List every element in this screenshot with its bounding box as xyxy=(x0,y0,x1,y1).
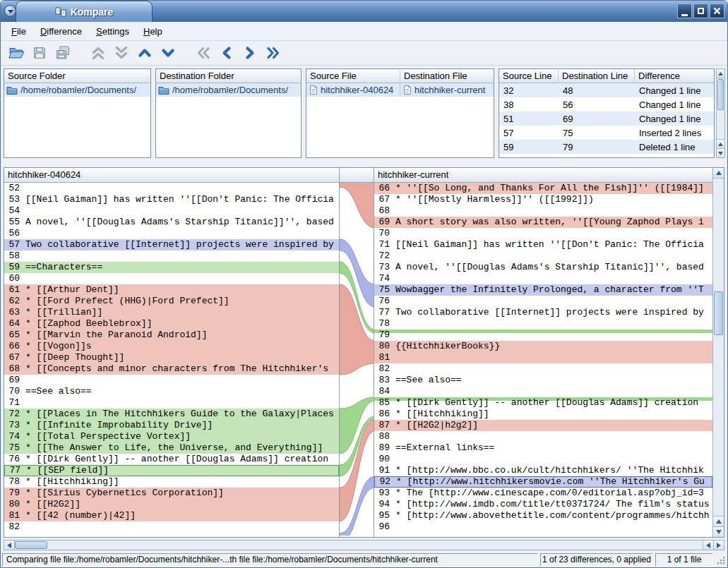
previous-file-button[interactable] xyxy=(88,43,108,63)
diff-line-77[interactable]: 77* [[SEP field]] xyxy=(4,465,339,476)
diff-line-74[interactable]: 74 xyxy=(374,273,712,284)
minimize-button[interactable] xyxy=(677,4,692,18)
diff-line-58[interactable]: 58 xyxy=(4,250,339,262)
diff-line-59[interactable]: 59==Characters== xyxy=(4,262,339,273)
difference-row[interactable]: 3248Changed 1 line xyxy=(499,83,714,97)
diff-line-72[interactable]: 72 xyxy=(374,250,712,262)
destination-file-header[interactable]: Destination File xyxy=(400,69,494,83)
scrollbar-thumb[interactable] xyxy=(15,541,47,549)
menu-difference[interactable]: Difference xyxy=(34,23,88,40)
back-double-button[interactable] xyxy=(193,43,213,63)
diff-line-77[interactable]: 77Two collaborative [[Internet]] project… xyxy=(374,307,712,318)
diff-line-79[interactable]: 79 xyxy=(374,330,712,341)
diff-line-83[interactable]: 83==See also== xyxy=(374,375,712,386)
scroll-up-button[interactable] xyxy=(717,139,724,148)
save-all-button[interactable] xyxy=(53,43,73,63)
destination-folder-row[interactable]: /home/robamler/Documents/ xyxy=(156,83,301,97)
diff-line-67[interactable]: 67* ''[[Mostly Harmless]]'' ([[1992]]) xyxy=(374,194,712,205)
horizontal-scrollbar[interactable] xyxy=(4,540,724,550)
diff-line-57[interactable]: 57Two collaborative [[Internet]] project… xyxy=(4,239,339,250)
diff-line-78[interactable]: 78* [[Hitchhiking]] xyxy=(4,476,339,488)
scroll-left-button[interactable] xyxy=(4,540,15,550)
diff-line-66[interactable]: 66* ''[[So Long, and Thanks For All the … xyxy=(374,183,712,194)
scrollbar-thumb[interactable] xyxy=(714,291,723,335)
scrollbar-trough[interactable] xyxy=(15,540,703,550)
diff-line-67[interactable]: 67* [[Deep Thought]] xyxy=(4,352,339,363)
diff-line-73[interactable]: 73* [[Infinite Improbability Drive]] xyxy=(4,420,339,431)
destination-file-row[interactable]: hitchhiker-current xyxy=(400,83,494,97)
destination-line-header[interactable]: Destination Line xyxy=(559,69,635,83)
scroll-down-button[interactable] xyxy=(717,148,724,157)
source-file-header[interactable]: Source File xyxy=(306,69,400,83)
diff-line-96[interactable]: 96 xyxy=(374,521,712,533)
maximize-button[interactable] xyxy=(693,4,708,18)
forward-button[interactable] xyxy=(240,43,260,63)
diff-line-72[interactable]: 72* [[Places in The Hitchhikers Guide to… xyxy=(4,409,339,420)
source-folder-header[interactable]: Source Folder xyxy=(4,69,150,83)
diff-line-62[interactable]: 62* [[Ford Prefect (HHG)|Ford Prefect]] xyxy=(4,296,339,307)
diff-line-71[interactable]: 71[[Neil Gaiman]] has written ''[[Don't … xyxy=(374,239,712,250)
diff-line-92[interactable]: 92* [http://www.hitchhikersmovie.com ''T… xyxy=(374,476,712,488)
source-folder-row[interactable]: /home/robamler/Documents/ xyxy=(4,83,150,97)
diff-line-82[interactable]: 82 xyxy=(4,521,339,533)
window-menu-button[interactable] xyxy=(4,5,16,17)
diff-line-86[interactable]: 86* [[Hitchhiking]] xyxy=(374,409,712,420)
previous-difference-button[interactable] xyxy=(135,43,155,63)
vertical-scrollbar[interactable] xyxy=(712,168,724,537)
diff-line-63[interactable]: 63* [[Trillian]] xyxy=(4,307,339,318)
diff-line-69[interactable]: 69A short story was also written, ''[[Yo… xyxy=(374,217,712,228)
menu-file[interactable]: File xyxy=(5,23,32,40)
diff-line-65[interactable]: 65* [[Marvin the Paranoid Android]] xyxy=(4,330,339,341)
diff-line-89[interactable]: 89==External links== xyxy=(374,442,712,454)
resize-grip[interactable] xyxy=(715,555,726,565)
destination-folder-header[interactable]: Destination Folder xyxy=(156,69,301,83)
diff-line-54[interactable]: 54 xyxy=(4,205,339,217)
scrollbar-thumb[interactable] xyxy=(717,79,724,110)
next-difference-button[interactable] xyxy=(158,43,178,63)
diff-line-73[interactable]: 73A novel, ''[[Douglas Adams's Starship … xyxy=(374,262,712,273)
diff-line-88[interactable]: 88 xyxy=(374,431,712,442)
diff-line-93[interactable]: 93* The [http://www.cinescape.com/0/edit… xyxy=(374,488,712,499)
diff-line-95[interactable]: 95* [http://www.abovethetitle.com/conten… xyxy=(374,510,712,521)
diff-line-81[interactable]: 81 xyxy=(374,352,712,363)
diff-line-60[interactable]: 60 xyxy=(4,273,339,284)
menu-help[interactable]: Help xyxy=(137,23,169,40)
menu-settings[interactable]: Settings xyxy=(90,23,136,40)
diff-line-52[interactable]: 52 xyxy=(4,183,339,194)
scroll-up-button[interactable] xyxy=(713,516,724,526)
scroll-down-button[interactable] xyxy=(713,526,724,537)
diff-line-80[interactable]: 80* [[H2G2]] xyxy=(4,499,339,510)
diff-line-70[interactable]: 70==See also== xyxy=(4,386,339,397)
diff-line-85[interactable]: 85* [[Dirk Gently]] -- another [[Douglas… xyxy=(374,397,712,409)
source-line-header[interactable]: Source Line xyxy=(499,69,559,83)
diff-line-69[interactable]: 69 xyxy=(4,375,339,386)
diff-line-90[interactable]: 90 xyxy=(374,454,712,465)
diff-line-75[interactable]: 75Wowbagger the Infinitely Prolonged, a … xyxy=(374,284,712,296)
diff-line-94[interactable]: 94* [http://www.imdb.com/title/tt0371724… xyxy=(374,499,712,510)
diff-line-56[interactable]: 56 xyxy=(4,228,339,239)
next-file-button[interactable] xyxy=(112,43,131,63)
diff-line-91[interactable]: 91* [http://www.bbc.co.uk/cult/hitchhike… xyxy=(374,465,712,476)
diff-line-53[interactable]: 53[[Neil Gaiman]] has written ''[[Don't … xyxy=(4,194,339,205)
diff-line-74[interactable]: 74* [[Total Perspective Vortex]] xyxy=(4,431,339,442)
diff-line-68[interactable]: 68* [[Concepts and minor characters from… xyxy=(4,363,339,375)
scroll-right-button[interactable] xyxy=(713,540,724,550)
open-button[interactable] xyxy=(6,43,26,63)
diff-line-64[interactable]: 64* [[Zaphod Beeblebrox]] xyxy=(4,318,339,330)
diff-line-68[interactable]: 68 xyxy=(374,205,712,217)
scroll-left-button[interactable] xyxy=(703,540,713,550)
source-file-row[interactable]: hitchhiker-040624 xyxy=(306,83,400,97)
scroll-up-button[interactable] xyxy=(713,168,724,179)
diff-line-81[interactable]: 81* [[42 (number)|42]] xyxy=(4,510,339,521)
back-button[interactable] xyxy=(217,43,237,63)
diff-line-55[interactable]: 55A novel, ''[[Douglas Adams's Starship … xyxy=(4,217,339,228)
diff-line-82[interactable]: 82 xyxy=(374,363,712,375)
titlebar[interactable]: Kompare xyxy=(1,1,727,22)
scroll-up-button[interactable] xyxy=(717,69,724,78)
diff-line-87[interactable]: 87* [[H2G2|h2g2]] xyxy=(374,420,712,431)
diff-line-66[interactable]: 66* [[Vogon]]s xyxy=(4,341,339,352)
difference-row[interactable]: 5775Inserted 2 lines xyxy=(499,126,714,140)
scrollbar-trough[interactable] xyxy=(717,78,724,139)
difference-row[interactable]: 5979Deleted 1 line xyxy=(499,140,714,154)
scrollbar-trough[interactable] xyxy=(713,179,724,516)
